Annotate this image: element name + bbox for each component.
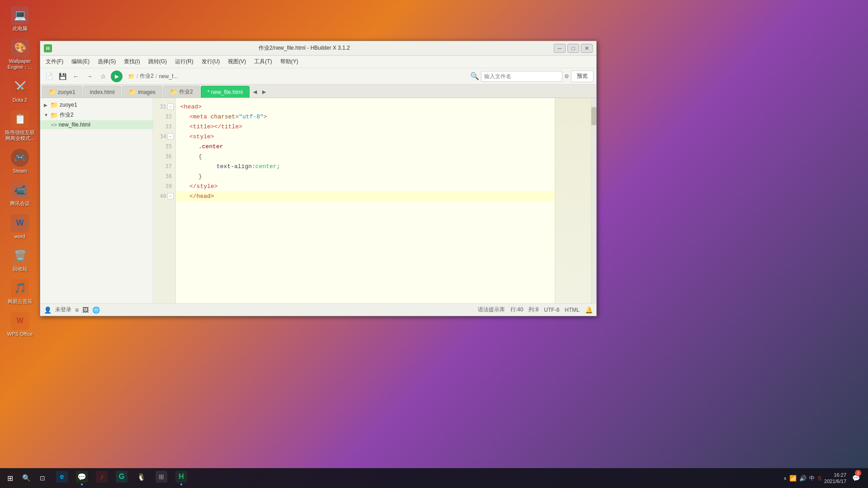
menu-bar: 文件(F) 编辑(E) 选择(S) 查找(I) 跳转(G) 运行(R) 发行(U… [40,56,596,68]
lang-icon[interactable]: 中 [809,474,815,482]
line-num-37: 37 [153,161,175,171]
main-content: ▶ 📁 zuoye1 ▼ 📁 作业2 <> new_file.html 31 [40,98,596,303]
menu-find[interactable]: 查找(I) [120,56,143,67]
volume-icon[interactable]: 🔊 [799,475,807,482]
bell-icon[interactable]: 🔔 [585,306,593,314]
code-line-36: { [176,151,555,161]
desktop-icon-word[interactable]: W word [2,212,38,241]
system-time[interactable]: 16:27 2021/6/17 [824,472,846,485]
taskbar-app-wechat[interactable]: 💬 [72,469,91,487]
folder-icon: 📁 [50,112,58,119]
taskbar-app-netease[interactable]: ♪ [92,469,111,487]
code-line-37: text-align:center; [176,161,555,171]
breadcrumb-icon: 📁 [128,73,135,80]
breadcrumb-file: new_f... [159,73,178,80]
code-line-32: <meta charset="utf-8"> [176,112,555,122]
user-icon: 👤 [44,306,52,314]
desktop-icon-wps[interactable]: W WPS Office [2,310,38,339]
new-file-button[interactable]: 📄 [43,70,55,82]
tab-new-file-html[interactable]: * new_file.html [201,86,250,98]
desktop-icon-netease-music[interactable]: 🎵 网易云音乐 [2,277,38,306]
desktop-icon-chen-doc[interactable]: 📋 陈伟强组互联网商业模式... [2,108,38,143]
system-tray: ∧ 📶 🔊 中 S [783,474,821,482]
breadcrumb-zuoye2[interactable]: 作业2 [140,72,154,80]
taskbar-app-unknown[interactable]: ⊞ [152,469,171,487]
taskbar-apps: e 💬 ♪ G 🐧 ⊞ H [52,469,191,487]
code-editor[interactable]: 31 − 32 33 34 − 35 36 [153,98,596,303]
code-line-31: <head> [176,102,555,112]
desktop-icon-tencent-meeting[interactable]: 📹 腾讯会议 [2,179,38,208]
preview-button[interactable]: 预览 [571,70,594,82]
code-line-38: } [176,171,555,181]
taskbar-app-grammarly[interactable]: G [112,469,131,487]
close-button[interactable]: ✕ [581,44,593,53]
tab-prev-button[interactable]: ◀ [250,86,259,98]
menu-jump[interactable]: 跳转(G) [145,56,170,67]
taskbar-app-ie[interactable]: e [52,469,71,487]
search-area: 🔍 ⚙ [470,71,569,82]
tray-expand-icon[interactable]: ∧ [783,476,787,481]
search-button[interactable]: 🔍 [18,470,34,486]
folder-icon: 📁 [49,89,56,95]
desktop-icon-wallpaper-engine[interactable]: 🎨 WallpaperEngine：... [2,37,38,72]
menu-help[interactable]: 帮助(Y) [277,56,302,67]
menu-file[interactable]: 文件(F) [42,56,67,67]
window-controls: ─ □ ✕ [554,44,593,53]
taskbar-app-hbuilder[interactable]: H [172,469,191,487]
desktop-icon-steam[interactable]: 🎮 Steam [2,147,38,176]
line-num-36: 36 [153,151,175,161]
tab-next-button[interactable]: ▶ [259,86,269,98]
menu-tools[interactable]: 工具(T) [250,56,275,67]
back-button[interactable]: ← [70,70,82,82]
menu-select[interactable]: 选择(S) [94,56,119,67]
tab-bar: 📁 zuoye1 index.html 📁 images 📁 作业2 * new… [40,84,596,98]
notification-button[interactable]: 💬 2 [849,471,863,485]
tab-label: * new_file.html [208,89,243,95]
code-line-33: <title></title> [176,122,555,131]
line-num-32: 32 [153,112,175,122]
minimize-button[interactable]: ─ [554,44,566,53]
task-view-button[interactable]: ⊡ [34,470,51,486]
fold-button-31[interactable]: − [167,103,174,110]
file-search-input[interactable] [481,71,562,82]
save-button[interactable]: 💾 [57,70,68,82]
maximize-button[interactable]: □ [567,44,579,53]
list-icon[interactable]: ≡ [75,306,79,314]
scrollbar-thumb[interactable] [591,107,596,125]
desktop-icon-my-computer[interactable]: 💻 此电脑 [2,5,38,33]
tab-index-html[interactable]: index.html [83,86,122,98]
fold-button-34[interactable]: − [167,133,174,140]
line-num-35: 35 [153,141,175,151]
bookmark-button[interactable]: ☆ [97,70,109,82]
image-icon[interactable]: 🖼 [82,306,89,314]
desktop-icon-recycle-bin[interactable]: 🗑️ 回收站 [2,245,38,274]
menu-publish[interactable]: 发行(U) [198,56,224,67]
skype-icon[interactable]: S [817,475,821,482]
vertical-scrollbar[interactable] [591,98,596,303]
menu-edit[interactable]: 编辑(E) [68,56,93,67]
taskbar-app-qq[interactable]: 🐧 [132,469,151,487]
tree-item-zuoye2[interactable]: ▼ 📁 作业2 [40,110,153,120]
start-button[interactable]: ⊞ [2,470,18,486]
run-button[interactable]: ▶ [111,70,123,82]
status-right: 语法提示库 行:40 列:8 UTF-8 HTML 🔔 [478,306,593,314]
code-content[interactable]: <head> <meta charset="utf-8"> <title></t… [176,98,555,303]
desktop-icon-dota2[interactable]: ⚔️ Dota 2 [2,76,38,105]
line-num-40: 40 − [153,191,175,201]
menu-view[interactable]: 视图(V) [224,56,250,67]
menu-run[interactable]: 运行(R) [171,56,197,67]
tab-zuoye1[interactable]: 📁 zuoye1 [42,86,82,98]
tab-images[interactable]: 📁 images [122,86,162,98]
minimap [555,98,591,303]
tree-item-zuoye1[interactable]: ▶ 📁 zuoye1 [40,100,153,110]
status-bar: 👤 未登录 ≡ 🖼 🌐 语法提示库 行:40 列:8 UTF-8 HTML 🔔 [40,303,596,316]
network-icon: 📶 [789,475,797,482]
folder-icon: 📁 [129,89,136,95]
toolbar: 📄 💾 ← → ☆ ▶ 📁 / 作业2 / new_f... 🔍 ⚙ 预览 [40,68,596,84]
forward-button[interactable]: → [84,70,95,82]
earth-icon[interactable]: 🌐 [92,306,100,314]
title-bar: H 作业2/new_file.html - HBuilder X 3.1.2 ─… [40,41,596,56]
fold-button-40[interactable]: − [167,193,174,199]
tree-item-new-file[interactable]: <> new_file.html [40,120,153,129]
tab-zuoye2[interactable]: 📁 作业2 [163,86,200,98]
